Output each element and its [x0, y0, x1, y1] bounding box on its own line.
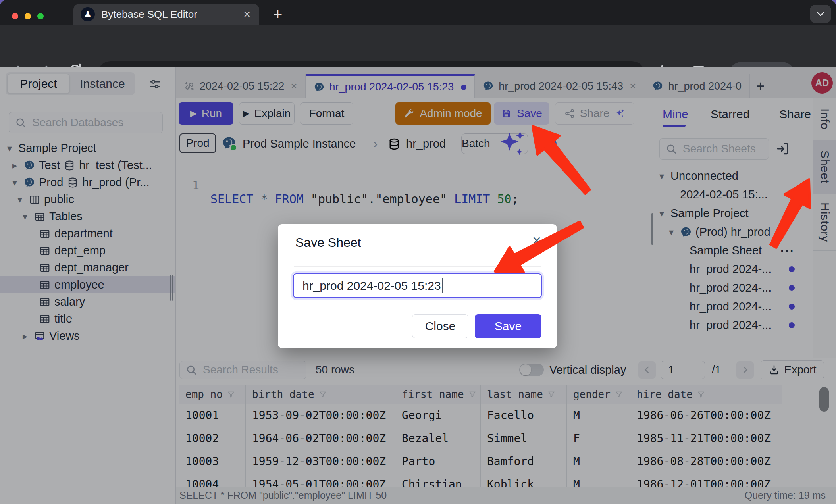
dialog-close-icon[interactable]: × — [532, 233, 541, 248]
text-cursor — [442, 278, 443, 293]
maximize-window-button[interactable] — [37, 13, 44, 19]
chevron-down-icon — [815, 9, 826, 19]
sheet-name-value: hr_prod 2024-02-05 15:23 — [302, 279, 441, 292]
new-tab-button[interactable]: + — [273, 6, 282, 23]
browser-tab-close-icon[interactable]: × — [242, 8, 252, 20]
screenshot-stage: ♟ Bytebase SQL Editor × + localhost:8080… — [0, 0, 836, 504]
dialog-title: Save Sheet — [295, 235, 361, 250]
dialog-save-button[interactable]: Save — [475, 314, 541, 338]
bytebase-favicon-icon: ♟ — [81, 7, 95, 21]
browser-toolbar: localhost:8080/sql-editor/prod-sample-in… — [0, 25, 836, 67]
sheet-name-input[interactable]: hr_prod 2024-02-05 15:23 — [293, 273, 542, 298]
dialog-divider — [294, 266, 541, 267]
browser-window: ♟ Bytebase SQL Editor × + localhost:8080… — [0, 0, 836, 504]
browser-tab-title: Bytebase SQL Editor — [101, 8, 242, 21]
dialog-close-button[interactable]: Close — [412, 314, 468, 338]
tab-search-button[interactable] — [810, 5, 831, 23]
close-window-button[interactable] — [12, 13, 18, 19]
save-sheet-dialog: Save Sheet × hr_prod 2024-02-05 15:23 Cl… — [278, 224, 557, 348]
browser-tab[interactable]: ♟ Bytebase SQL Editor × — [73, 4, 259, 25]
minimize-window-button[interactable] — [25, 13, 31, 19]
browser-titlebar: ♟ Bytebase SQL Editor × + — [0, 0, 836, 25]
